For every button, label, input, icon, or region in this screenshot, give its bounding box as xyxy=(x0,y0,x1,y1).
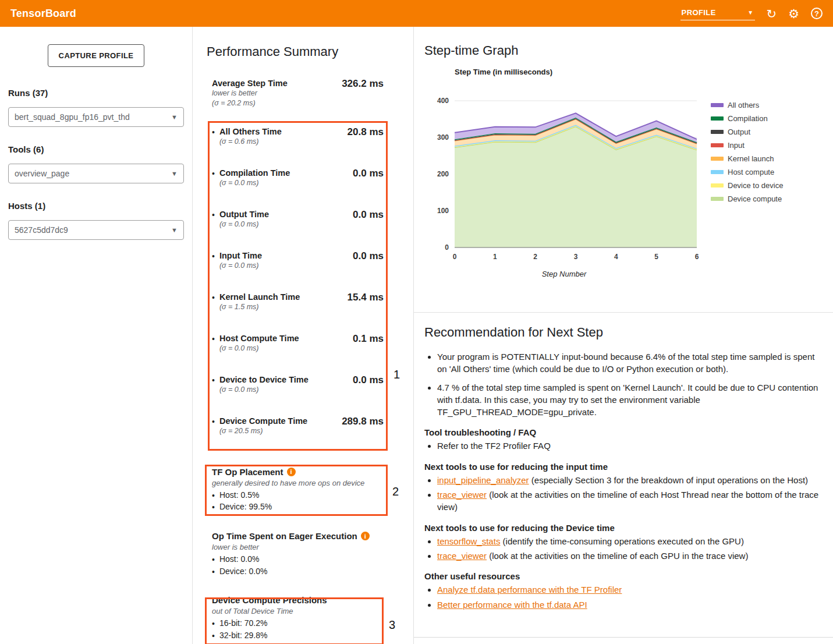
sidebar: CAPTURE PROFILE Runs (37) bert_squad_8gp… xyxy=(0,27,192,644)
legend-swatch xyxy=(711,197,724,201)
info-icon[interactable]: i xyxy=(361,532,370,540)
metric-label: All Others Time xyxy=(219,126,282,137)
tfdata-performance-link[interactable]: Analyze tf.data performance with the TF … xyxy=(437,585,622,595)
trace-viewer-link[interactable]: trace_viewer xyxy=(437,551,487,561)
rec-item: Analyze tf.data performance with the TF … xyxy=(437,583,824,596)
legend-item: Output xyxy=(711,128,783,136)
recommendation-bullet: Your program is POTENTIALLY input-bound … xyxy=(437,351,824,376)
metric-label: Input Time xyxy=(219,250,262,261)
metric-row: • Output Time (σ = 0.0 ms) 0.0 ms xyxy=(207,204,400,245)
tools-select-value: overview_page xyxy=(15,169,69,178)
metric-label: Compilation Time xyxy=(219,168,290,178)
metric-label: Device to Device Time xyxy=(219,374,309,385)
legend-label: Device to device xyxy=(728,181,783,190)
list-item: •32-bit: 29.8% xyxy=(212,630,400,642)
legend-swatch xyxy=(711,116,724,121)
metric-row: • Input Time (σ = 0.0 ms) 0.0 ms xyxy=(207,245,400,286)
rec-block-resources: Other useful resources Analyze tf.data p… xyxy=(424,571,824,611)
recommendation-section: Recommendation for Next Step Your progra… xyxy=(424,325,824,613)
legend-swatch xyxy=(711,157,724,161)
gear-icon[interactable]: ⚙ xyxy=(788,8,799,20)
metric-row: • Device Compute Time (σ = 20.5 ms) 289.… xyxy=(207,411,400,452)
average-step-time-row: Average Step Time lower is better (σ = 2… xyxy=(207,78,400,108)
legend-label: Output xyxy=(728,128,750,136)
metric-label: Average Step Time xyxy=(212,78,288,89)
rec-item: tensorflow_stats (identify the time-cons… xyxy=(437,535,824,547)
bullet: • xyxy=(212,334,215,353)
metric-sigma: (σ = 0.0 ms) xyxy=(219,220,269,229)
info-icon[interactable]: i xyxy=(287,468,296,476)
bullet: • xyxy=(212,417,215,436)
recommendation-title: Recommendation for Next Step xyxy=(424,325,824,340)
rec-block-input-tools: Next tools to use for reducing the input… xyxy=(424,462,824,514)
metric-sigma: (σ = 0.0 ms) xyxy=(219,261,262,271)
eager-execution-title: Op Time Spent on Eager Execution xyxy=(212,531,357,541)
metric-value: 0.0 ms xyxy=(353,168,384,179)
legend-label: Host compute xyxy=(728,168,774,176)
help-icon[interactable]: ? xyxy=(811,8,823,19)
rec-item: trace_viewer (look at the activities on … xyxy=(437,489,824,514)
runs-select[interactable]: bert_squad_8gpu_fp16_pvt_thd ▼ xyxy=(8,107,184,127)
trace-viewer-link[interactable]: trace_viewer xyxy=(437,490,487,500)
rec-item: Better performance with the tf.data API xyxy=(437,599,824,611)
runs-select-value: bert_squad_8gpu_fp16_pvt_thd xyxy=(15,112,130,122)
metric-sigma: (σ = 0.6 ms) xyxy=(219,137,282,147)
svg-text:1: 1 xyxy=(493,253,497,261)
tools-select[interactable]: overview_page ▼ xyxy=(8,164,184,183)
hosts-select-value: 5627c5dd7dc9 xyxy=(15,225,68,235)
legend-label: All others xyxy=(728,101,759,109)
legend-swatch xyxy=(711,183,724,187)
metric-row: • Compilation Time (σ = 0.0 ms) 0.0 ms xyxy=(207,162,400,204)
tools-label: Tools (6) xyxy=(8,144,184,154)
rec-item: Refer to the TF2 Profiler FAQ xyxy=(437,440,824,452)
svg-text:300: 300 xyxy=(437,133,449,141)
refresh-icon[interactable]: ↻ xyxy=(767,8,777,20)
svg-text:2: 2 xyxy=(533,253,537,261)
svg-text:200: 200 xyxy=(437,170,449,178)
legend-swatch xyxy=(711,143,724,147)
metric-sigma: (σ = 0.0 ms) xyxy=(219,178,290,188)
legend-swatch xyxy=(711,170,724,174)
tfdata-api-link[interactable]: Better performance with the tf.data API xyxy=(437,600,587,610)
metric-label: Device Compute Time xyxy=(219,416,307,426)
app-title: TensorBoard xyxy=(10,8,76,20)
runs-label: Runs (37) xyxy=(8,88,184,98)
svg-text:6: 6 xyxy=(695,253,699,261)
metric-sigma: (σ = 20.2 ms) xyxy=(212,98,288,108)
legend-item: Input xyxy=(711,141,783,150)
dashboard-select[interactable]: PROFILE ▼ xyxy=(680,7,755,20)
svg-text:400: 400 xyxy=(437,97,449,105)
chart-title: Step Time (in milliseconds) xyxy=(455,68,827,76)
bullet: • xyxy=(212,169,215,188)
metric-row: • Kernel Launch Time (σ = 1.5 ms) 15.4 m… xyxy=(207,286,400,328)
chevron-down-icon: ▼ xyxy=(171,114,178,121)
svg-text:4: 4 xyxy=(614,253,618,261)
metric-row: • Device to Device Time (σ = 0.0 ms) 0.0… xyxy=(207,369,400,411)
list-item: •16-bit: 70.2% xyxy=(212,618,400,630)
tf-op-placement-note: generally desired to have more ops on de… xyxy=(212,479,400,487)
legend-label: Input xyxy=(728,141,745,150)
input-pipeline-analyzer-link[interactable]: input_pipeline_analyzer xyxy=(437,475,529,485)
hosts-select[interactable]: 5627c5dd7dc9 ▼ xyxy=(8,220,184,240)
legend-item: Device to device xyxy=(711,181,783,190)
metric-value: 326.2 ms xyxy=(342,78,384,108)
bottom-divider xyxy=(414,637,833,638)
metric-label: Output Time xyxy=(219,209,269,220)
metric-sigma: (σ = 0.0 ms) xyxy=(219,344,299,353)
tf-op-placement-title: TF Op Placement xyxy=(212,467,283,477)
device-compute-precisions-note: out of Total Device Time xyxy=(212,607,400,615)
legend-item: Host compute xyxy=(711,168,783,176)
recommendation-bullet: 4.7 % of the total step time sampled is … xyxy=(437,381,824,419)
tensorflow-stats-link[interactable]: tensorflow_stats xyxy=(437,536,500,546)
list-item: •Device: 0.0% xyxy=(212,566,400,578)
metric-note: lower is better xyxy=(212,89,288,98)
capture-profile-button[interactable]: CAPTURE PROFILE xyxy=(48,44,145,67)
legend-label: Kernel launch xyxy=(728,154,774,163)
rec-heading: Other useful resources xyxy=(424,571,824,581)
metric-row: • All Others Time (σ = 0.6 ms) 20.8 ms xyxy=(207,121,400,162)
device-compute-precisions-title: Device Compute Precisions xyxy=(212,595,327,605)
step-time-chart: 01002003004000123456 xyxy=(424,93,704,265)
performance-summary-panel: Performance Summary Average Step Time lo… xyxy=(192,27,414,644)
rec-heading: Next tools to use for reducing the Devic… xyxy=(424,523,824,533)
rec-item: trace_viewer (look at the activities on … xyxy=(437,550,824,562)
